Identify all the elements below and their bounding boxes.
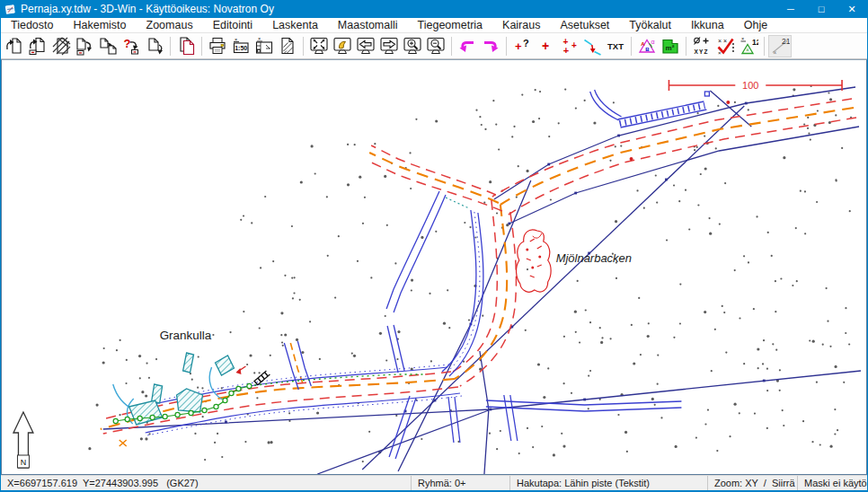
add-points-button[interactable]: +++ <box>557 35 580 57</box>
save-query-button[interactable]: ? <box>120 35 143 57</box>
orange-cross-marker <box>120 440 127 446</box>
zoom-in-icon <box>403 36 422 56</box>
menu-tyokalut[interactable]: Työkalut <box>619 18 681 33</box>
road-centerlines <box>101 108 854 429</box>
map-canvas[interactable]: Grankulla Mjölnarbacken 100 N <box>2 60 866 474</box>
open-file-button[interactable] <box>3 35 26 57</box>
zoom-out-icon <box>426 36 446 56</box>
check-points-button[interactable]: × ×× <box>713 35 737 57</box>
ditch-lines <box>138 90 710 459</box>
status-search-mode: Hakutapa: Lähin piste (Tekstit) <box>509 476 707 490</box>
label-mjolnarbacken: Mjölnarbacken <box>556 251 632 265</box>
svg-text:+: + <box>571 40 577 50</box>
line-vertex-markers <box>225 102 766 424</box>
undo-button[interactable] <box>456 35 479 57</box>
redo-button[interactable] <box>479 35 502 57</box>
window-title: Pernaja.xy.tdw - 3D-Win - Käyttöoikeus: … <box>21 3 775 15</box>
toolbar: ? ×1:50 × +? + +++ TXT ABα m² XYZ × ×× ×… <box>1 33 867 59</box>
pan-left-button[interactable] <box>354 35 377 57</box>
rock-contour <box>517 230 552 292</box>
menu-ohje[interactable]: Ohje <box>734 18 777 33</box>
toolbar-separator <box>201 37 202 56</box>
close-button[interactable]: ✕ <box>837 0 867 18</box>
zoom-previous-icon <box>332 36 352 56</box>
menu-tiegeometria[interactable]: Tiegeometria <box>408 18 493 33</box>
triangle-calc-button[interactable]: ABα <box>635 35 659 57</box>
save-file-button[interactable] <box>73 35 96 57</box>
point-numbering-icon: ×21 <box>770 36 790 56</box>
menu-zoomaus[interactable]: Zoomaus <box>137 18 203 33</box>
open-merge-icon <box>51 36 71 56</box>
zoom-out-button[interactable] <box>424 35 447 57</box>
svg-text:+: + <box>563 45 569 56</box>
save-file-icon <box>75 36 94 56</box>
svg-text:12: 12 <box>752 38 758 47</box>
plot-hatch-icon <box>278 36 297 56</box>
toolbar-separator <box>686 37 686 56</box>
plot-scale-button[interactable]: ×1:50 <box>229 35 252 57</box>
menu-ikkuna[interactable]: Ikkuna <box>681 18 734 33</box>
boundary-lines <box>103 87 861 474</box>
zoom-previous-button[interactable] <box>331 35 354 57</box>
export-file-button[interactable] <box>143 35 166 57</box>
app-icon <box>4 4 16 15</box>
svg-text:21: 21 <box>782 37 790 46</box>
red-markers <box>235 101 730 374</box>
open-into-button[interactable] <box>26 35 49 57</box>
menu-maastomalli[interactable]: Maastomalli <box>328 18 408 33</box>
point-numbering-button[interactable]: ×21 <box>768 35 792 57</box>
svg-text:TXT: TXT <box>607 41 624 51</box>
open-merge-button[interactable] <box>49 35 73 57</box>
menu-laskenta[interactable]: Laskenta <box>262 18 328 33</box>
plot-layout-button[interactable]: × <box>252 35 276 57</box>
text-tool-button[interactable]: TXT <box>604 35 627 57</box>
area-calc-button[interactable]: m² <box>659 35 682 57</box>
menu-editointi[interactable]: Editointi <box>203 18 262 33</box>
status-bar: X=6697157.619 Y=27443903.995 (GK27) Ryhm… <box>1 475 867 490</box>
print-button[interactable] <box>206 35 229 57</box>
save-as-button[interactable] <box>96 35 120 57</box>
zoom-extents-button[interactable] <box>307 35 331 57</box>
add-points-icon: +++ <box>559 36 579 56</box>
status-group: Ryhmä: 0+ <box>411 476 509 490</box>
copy-document-button[interactable] <box>174 35 198 57</box>
coordinate-points-icon: XYZ <box>692 36 712 56</box>
plot-hatch-button[interactable] <box>276 35 299 57</box>
survey-point-dots <box>88 85 852 462</box>
area-calc-icon: m² <box>660 36 680 56</box>
svg-text:XYZ: XYZ <box>695 48 709 55</box>
svg-text:×: × <box>746 47 749 53</box>
svg-text:×: × <box>235 37 237 42</box>
svg-text:?: ? <box>523 38 529 48</box>
maximize-button[interactable]: □ <box>806 0 837 18</box>
toolbar-separator <box>170 37 171 56</box>
coordinate-points-button[interactable]: XYZ <box>690 35 713 57</box>
toolbar-separator <box>303 37 304 56</box>
svg-text:?: ? <box>124 37 131 50</box>
svg-text:1:50: 1:50 <box>235 45 247 51</box>
status-coordinates: X=6697157.619 Y=27443903.995 (GK27) <box>1 476 411 490</box>
svg-text:α: α <box>651 39 655 45</box>
triangle-model-button[interactable]: ××12 <box>737 35 760 57</box>
svg-text:+: + <box>515 40 522 53</box>
menu-tiedosto[interactable]: Tiedosto <box>1 18 63 33</box>
add-point-icon: + <box>536 36 555 56</box>
add-point-query-icon: +? <box>512 36 532 56</box>
pan-right-button[interactable] <box>377 35 401 57</box>
menu-hakemisto[interactable]: Hakemisto <box>63 18 136 33</box>
minimize-button[interactable]: ─ <box>775 0 806 18</box>
check-points-icon: × ×× <box>715 36 735 56</box>
save-as-icon <box>98 36 118 56</box>
menu-kairaus[interactable]: Kairaus <box>492 18 550 33</box>
scale-bar-label: 100 <box>742 80 758 91</box>
text-tool-icon: TXT <box>606 36 625 56</box>
svg-text:m²: m² <box>666 44 675 52</box>
add-point-button[interactable]: + <box>534 35 557 57</box>
svg-text:B: B <box>645 47 650 52</box>
menu-asetukset[interactable]: Asetukset <box>550 18 619 33</box>
snap-line-button[interactable] <box>580 35 604 57</box>
status-mask: Maski ei käytössä <box>797 476 867 490</box>
zoom-in-button[interactable] <box>401 35 424 57</box>
triangle-calc-icon: ABα <box>637 36 657 56</box>
add-point-query-button[interactable]: +? <box>510 35 534 57</box>
